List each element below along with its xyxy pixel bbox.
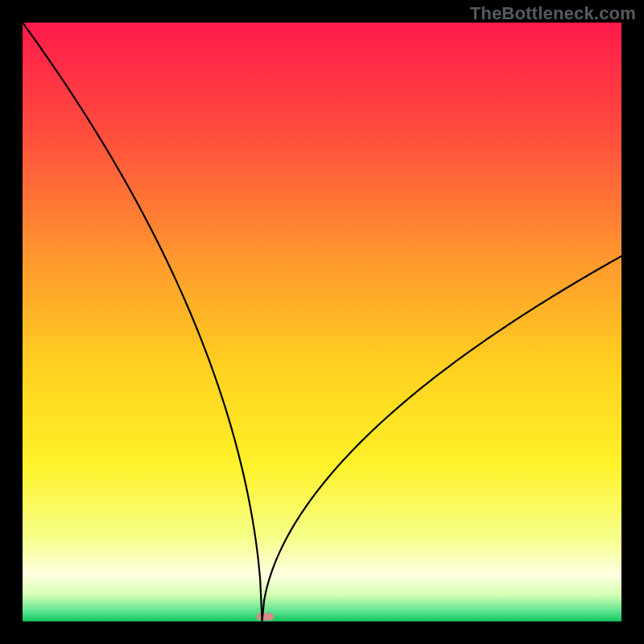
- chart-frame: TheBottleneck.com: [0, 0, 644, 644]
- chart-svg: [23, 23, 621, 621]
- watermark-label: TheBottleneck.com: [470, 3, 636, 24]
- minimum-marker: [257, 613, 274, 621]
- chart-background: [23, 23, 621, 621]
- chart-plot-area: [23, 23, 621, 621]
